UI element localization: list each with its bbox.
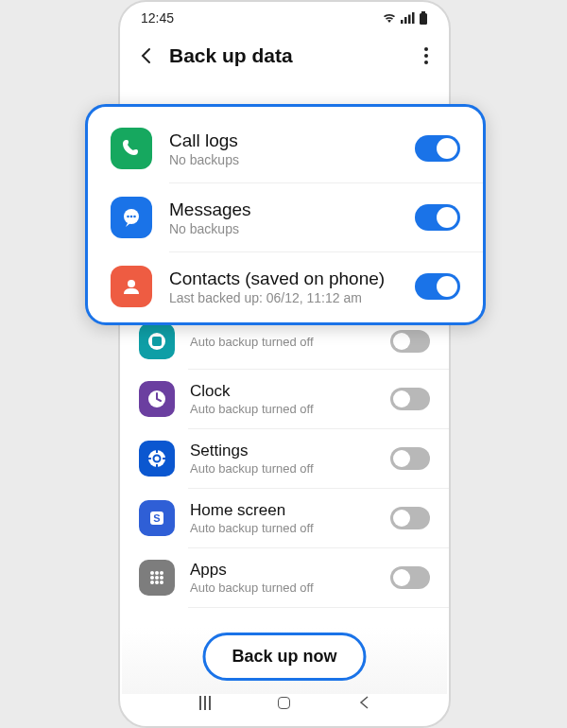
- svg-rect-5: [420, 13, 427, 25]
- nav-back-icon[interactable]: [357, 695, 370, 710]
- message-icon: [111, 197, 152, 238]
- svg-rect-3: [412, 12, 415, 24]
- svg-rect-7: [152, 337, 162, 346]
- item-subtitle: Last backed up: 06/12, 11:12 am: [169, 290, 398, 305]
- svg-point-22: [160, 576, 163, 580]
- toggle-switch[interactable]: [415, 204, 460, 231]
- svg-point-29: [133, 216, 136, 218]
- settings-icon: [139, 441, 175, 477]
- svg-point-20: [150, 576, 154, 580]
- list-item[interactable]: Contacts (saved on phone) Last backed up…: [88, 252, 483, 321]
- toggle-switch[interactable]: [390, 447, 430, 470]
- item-subtitle: Auto backup turned off: [190, 581, 375, 595]
- svg-rect-4: [421, 11, 425, 13]
- signal-icon: [401, 12, 415, 24]
- item-subtitle: Auto backup turned off: [190, 402, 375, 416]
- svg-point-30: [128, 280, 135, 287]
- toggle-switch[interactable]: [390, 330, 430, 353]
- backup-now-button[interactable]: Back up now: [202, 633, 366, 681]
- item-subtitle: No backups: [169, 152, 398, 167]
- svg-rect-0: [401, 20, 404, 24]
- clock-text: 12:45: [141, 10, 174, 26]
- item-title: Clock: [190, 382, 375, 401]
- toggle-switch[interactable]: [390, 566, 430, 589]
- system-nav-bar: [120, 688, 449, 717]
- list-item[interactable]: Messages No backups: [88, 183, 483, 251]
- home-icon: S: [139, 500, 175, 536]
- svg-rect-1: [404, 17, 407, 24]
- list-item[interactable]: Apps Auto backup turned off: [120, 548, 449, 607]
- toggle-switch[interactable]: [415, 273, 460, 300]
- item-subtitle: Auto backup turned off: [190, 521, 375, 535]
- item-title: Apps: [190, 561, 375, 580]
- back-icon[interactable]: [137, 46, 156, 65]
- clock-icon: [139, 381, 175, 417]
- contact-icon: [111, 266, 152, 307]
- calendar-icon: [139, 323, 175, 359]
- svg-rect-2: [408, 15, 411, 25]
- toggle-switch[interactable]: [390, 388, 430, 410]
- item-title: Contacts (saved on phone): [169, 269, 398, 289]
- app-bar: Back up data: [120, 34, 449, 85]
- item-title: Home screen: [190, 501, 375, 520]
- highlighted-backup-section: Call logs No backups Messages No backups…: [85, 104, 486, 325]
- list-item[interactable]: Settings Auto backup turned off: [120, 429, 449, 488]
- item-subtitle: No backups: [169, 221, 398, 236]
- svg-point-25: [160, 581, 163, 584]
- status-icons: [382, 11, 428, 25]
- svg-point-18: [155, 571, 159, 575]
- item-title: Messages: [169, 199, 398, 220]
- item-subtitle: Auto backup turned off: [190, 461, 375, 476]
- list-item[interactable]: S Home screen Auto backup turned off: [120, 489, 449, 547]
- list-item[interactable]: Auto backup turned off: [120, 323, 449, 369]
- battery-icon: [419, 11, 428, 25]
- svg-point-23: [150, 581, 154, 584]
- item-title: Call logs: [169, 130, 398, 151]
- list-item[interactable]: Call logs No backups: [88, 114, 483, 182]
- apps-icon: [139, 560, 175, 596]
- more-options-icon[interactable]: [421, 43, 432, 68]
- svg-point-24: [155, 581, 159, 584]
- phone-icon: [111, 128, 152, 169]
- svg-point-27: [127, 216, 129, 218]
- svg-point-28: [130, 216, 133, 218]
- status-bar: 12:45: [120, 2, 449, 34]
- svg-text:S: S: [153, 512, 160, 524]
- svg-point-17: [150, 571, 154, 575]
- nav-home-icon[interactable]: [278, 697, 290, 709]
- item-title: Settings: [190, 442, 375, 460]
- list-item[interactable]: Clock Auto backup turned off: [120, 370, 449, 428]
- svg-point-19: [160, 571, 163, 575]
- nav-recent-icon[interactable]: [199, 696, 211, 710]
- item-subtitle: Auto backup turned off: [190, 335, 375, 349]
- page-title: Back up data: [169, 44, 407, 67]
- svg-point-21: [155, 576, 159, 580]
- toggle-switch[interactable]: [415, 135, 460, 162]
- toggle-switch[interactable]: [390, 507, 430, 529]
- wifi-icon: [382, 12, 397, 24]
